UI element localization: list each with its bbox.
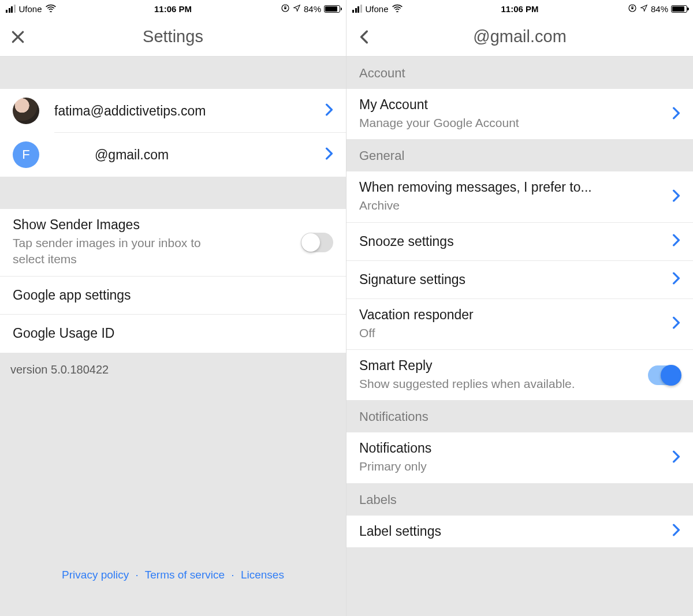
chevron-right-icon (672, 316, 680, 331)
account-settings-screen: Ufone 11:06 PM 84% @gmail.com (346, 0, 693, 616)
privacy-link[interactable]: Privacy policy (62, 569, 129, 581)
signal-icon (6, 5, 16, 13)
account-row[interactable]: F @gmail.com (0, 133, 346, 177)
row-title: Snooze settings (359, 234, 665, 249)
rotation-lock-icon (628, 3, 637, 14)
show-sender-images-row[interactable]: Show Sender Images Tap sender images in … (0, 209, 346, 277)
carrier-label: Ufone (366, 4, 389, 14)
row-subtitle: Tap sender images in your inbox to selec… (13, 235, 232, 268)
row-title: When removing messages, I prefer to... (359, 180, 665, 195)
chevron-right-icon (325, 103, 333, 118)
wifi-icon (392, 4, 403, 14)
chevron-right-icon (672, 189, 680, 204)
row-title: Signature settings (359, 272, 665, 288)
licenses-link[interactable]: Licenses (241, 569, 284, 581)
my-account-row[interactable]: My Account Manage your Google Account (346, 89, 693, 139)
rotation-lock-icon (281, 3, 290, 14)
battery-icon (324, 5, 340, 13)
account-email: @gmail.com (54, 147, 318, 163)
vacation-responder-row[interactable]: Vacation responder Off (346, 299, 693, 350)
smart-reply-row[interactable]: Smart Reply Show suggested replies when … (346, 350, 693, 400)
battery-icon (671, 5, 687, 13)
sender-images-toggle[interactable] (301, 233, 333, 252)
status-bar: Ufone 11:06 PM 84% (346, 0, 693, 17)
section-account: Account (346, 57, 693, 89)
google-usage-id-row[interactable]: Google Usage ID (0, 315, 346, 353)
row-title: Notifications (359, 440, 665, 456)
section-general: General (346, 139, 693, 171)
wifi-icon (46, 4, 56, 14)
row-subtitle: Off (359, 325, 665, 341)
row-title: My Account (359, 97, 665, 113)
row-subtitle: Manage your Google Account (359, 115, 665, 131)
row-subtitle: Archive (359, 197, 665, 214)
location-icon (640, 4, 648, 14)
chevron-right-icon (672, 272, 680, 287)
chevron-right-icon (672, 107, 680, 122)
page-title: Settings (10, 27, 336, 46)
smart-reply-toggle[interactable] (648, 365, 680, 385)
signal-icon (352, 5, 362, 13)
battery-pct: 84% (651, 4, 668, 14)
avatar: F (13, 141, 39, 168)
account-email: fatima@addictivetips.com (54, 103, 318, 119)
battery-pct: 84% (304, 4, 321, 14)
page-title: @gmail.com (357, 27, 683, 46)
row-title: Vacation responder (359, 307, 665, 323)
chevron-right-icon (672, 450, 680, 465)
clock: 11:06 PM (464, 4, 575, 14)
notifications-row[interactable]: Notifications Primary only (346, 432, 693, 483)
row-title: Smart Reply (359, 358, 641, 374)
row-title: Show Sender Images (13, 217, 294, 233)
snooze-settings-row[interactable]: Snooze settings (346, 223, 693, 261)
row-subtitle: Show suggested replies when available. (359, 376, 641, 392)
settings-screen: Ufone 11:06 PM 84% Setti (0, 0, 346, 616)
chevron-right-icon (325, 147, 333, 162)
terms-link[interactable]: Terms of service (145, 569, 225, 581)
svg-rect-1 (284, 7, 286, 9)
row-title: Google app settings (13, 288, 333, 303)
google-app-settings-row[interactable]: Google app settings (0, 277, 346, 315)
section-notifications: Notifications (346, 400, 693, 432)
clock: 11:06 PM (117, 4, 229, 14)
chevron-right-icon (672, 234, 680, 249)
location-icon (293, 4, 301, 14)
remove-preference-row[interactable]: When removing messages, I prefer to... A… (346, 171, 693, 222)
accounts-list: fatima@addictivetips.com F @gmail.com (0, 89, 346, 177)
svg-rect-3 (631, 7, 633, 9)
row-subtitle: Primary only (359, 458, 665, 475)
settings-list: Show Sender Images Tap sender images in … (0, 209, 346, 353)
signature-settings-row[interactable]: Signature settings (346, 261, 693, 299)
section-labels: Labels (346, 483, 693, 516)
account-row[interactable]: fatima@addictivetips.com (0, 89, 346, 133)
carrier-label: Ufone (19, 4, 42, 14)
row-title: Label settings (359, 524, 665, 539)
chevron-right-icon (672, 524, 680, 539)
version-label: version 5.0.180422 (0, 353, 346, 387)
avatar (13, 98, 39, 124)
label-settings-row[interactable]: Label settings (346, 516, 693, 547)
nav-bar: @gmail.com (346, 17, 693, 57)
footer-links: Privacy policy · Terms of service · Lice… (0, 569, 346, 581)
status-bar: Ufone 11:06 PM 84% (0, 0, 346, 17)
row-title: Google Usage ID (13, 326, 333, 341)
nav-bar: Settings (0, 17, 346, 57)
